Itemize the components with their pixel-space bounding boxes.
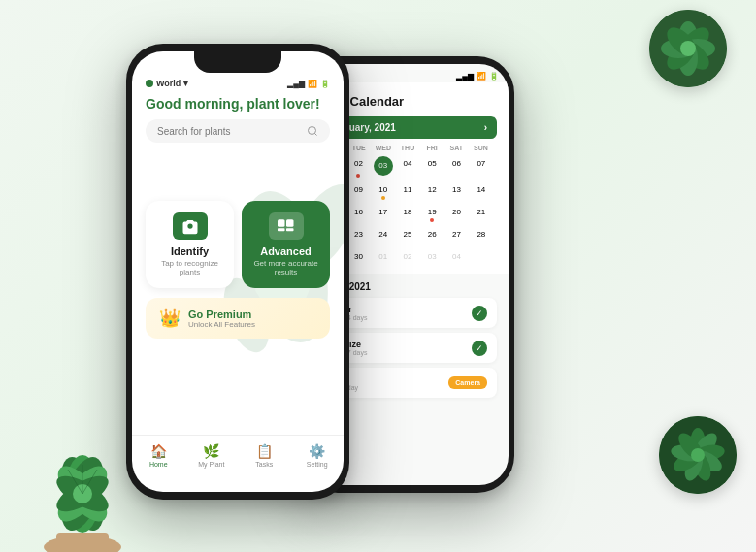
plant-top-right bbox=[649, 10, 727, 87]
cal-cell[interactable]: 06 bbox=[444, 153, 468, 179]
location-dot-icon bbox=[146, 80, 153, 87]
cal-cell[interactable]: 04 bbox=[444, 246, 468, 268]
cal-cell[interactable]: 10 bbox=[372, 179, 395, 201]
svg-point-38 bbox=[309, 127, 316, 135]
location-indicator[interactable]: World ▾ bbox=[146, 79, 188, 88]
day-tue: TUE bbox=[346, 145, 371, 151]
wifi-signal-icon: 📶 bbox=[308, 80, 317, 88]
calendar-next-icon[interactable]: › bbox=[484, 122, 487, 133]
cal-cell[interactable]: 13 bbox=[444, 179, 468, 201]
svg-rect-39 bbox=[278, 219, 285, 227]
phones-container: ▂▄▆ 📶 🔋 Care Calendar February, 2021 › M… bbox=[0, 0, 756, 552]
cal-cell[interactable]: 23 bbox=[346, 224, 370, 245]
cal-cell[interactable]: 01 bbox=[372, 246, 395, 268]
day-wed: WED bbox=[371, 145, 395, 151]
day-sat: SAT bbox=[444, 145, 469, 151]
cal-cell[interactable]: 25 bbox=[396, 224, 419, 245]
wifi-icon: 📶 bbox=[477, 72, 486, 81]
advanced-title: Advanced bbox=[251, 245, 320, 257]
cal-cell[interactable]: 12 bbox=[420, 179, 444, 201]
cal-cell[interactable] bbox=[470, 246, 493, 268]
day-sun: SUN bbox=[469, 145, 493, 151]
cal-cell[interactable]: 20 bbox=[444, 202, 468, 223]
battery-icon: 🔋 bbox=[489, 72, 499, 81]
plant-icon: 🌿 bbox=[203, 443, 219, 459]
cal-cell[interactable]: 26 bbox=[420, 224, 444, 245]
cal-cell[interactable]: 27 bbox=[444, 224, 468, 245]
chevron-down-icon: ▾ bbox=[183, 79, 188, 88]
cal-cell[interactable]: 19 bbox=[420, 202, 444, 223]
location-label: World bbox=[156, 79, 181, 88]
status-icons: ▂▄▆ 📶 🔋 bbox=[287, 80, 330, 88]
advanced-icon bbox=[269, 212, 304, 240]
nav-tasks[interactable]: 📋 Tasks bbox=[238, 443, 291, 468]
phone1-content: Good morning, plant lover! bbox=[132, 92, 344, 143]
cal-cell[interactable]: 02 bbox=[346, 153, 370, 179]
cal-cell[interactable]: 03 bbox=[420, 246, 444, 268]
cal-cell[interactable]: 09 bbox=[346, 179, 370, 201]
cal-cell[interactable]: 21 bbox=[470, 202, 493, 223]
task-camera-button[interactable]: Camera bbox=[448, 376, 487, 389]
crown-icon: 👑 bbox=[159, 308, 181, 329]
search-bar[interactable] bbox=[146, 119, 330, 143]
identify-desc: Tap to recognize plants bbox=[155, 259, 224, 276]
cal-cell[interactable]: 07 bbox=[470, 153, 493, 179]
greeting-text: Good morning, plant lover! bbox=[146, 96, 330, 112]
premium-wrapper: 👑 Go Premium Unlock All Features bbox=[132, 298, 344, 339]
cal-cell[interactable]: 04 bbox=[396, 153, 419, 179]
cal-cell[interactable]: 11 bbox=[396, 179, 419, 201]
svg-point-22 bbox=[680, 41, 696, 56]
task-check-icon[interactable]: ✓ bbox=[472, 306, 487, 321]
cal-cell[interactable]: 17 bbox=[372, 202, 395, 223]
identify-card[interactable]: Identify Tap to recognize plants bbox=[146, 201, 234, 288]
camera-icon bbox=[173, 212, 208, 240]
search-input[interactable] bbox=[157, 126, 307, 137]
bottom-nav: 🏠 Home 🌿 My Plant 📋 Tasks ⚙️ Setting bbox=[132, 435, 344, 479]
nav-my-plant[interactable]: 🌿 My Plant bbox=[185, 443, 239, 468]
signal-icon: ▂▄▆ bbox=[456, 72, 474, 81]
cards-row: Identify Tap to recognize plants bbox=[146, 201, 330, 288]
cal-cell[interactable]: 16 bbox=[346, 202, 370, 223]
identify-title: Identify bbox=[155, 245, 224, 257]
action-cards: Identify Tap to recognize plants bbox=[132, 201, 344, 288]
premium-title: Go Premium bbox=[188, 308, 255, 320]
cal-cell[interactable]: 28 bbox=[470, 224, 493, 245]
cal-cell[interactable]: 18 bbox=[396, 202, 419, 223]
premium-banner[interactable]: 👑 Go Premium Unlock All Features bbox=[146, 298, 330, 339]
cal-cell[interactable]: 24 bbox=[372, 224, 395, 245]
cal-cell[interactable]: 30 bbox=[346, 246, 370, 268]
svg-rect-40 bbox=[286, 219, 294, 227]
phone1-screen: World ▾ ▂▄▆ 📶 🔋 Go bbox=[132, 51, 344, 492]
cal-cell[interactable]: 14 bbox=[470, 179, 493, 201]
svg-rect-42 bbox=[286, 228, 294, 231]
home-icon: 🏠 bbox=[150, 443, 167, 459]
day-thu: THU bbox=[395, 145, 419, 151]
nav-plant-label: My Plant bbox=[198, 461, 224, 468]
cal-cell-today[interactable]: 03 bbox=[372, 153, 395, 179]
settings-icon: ⚙️ bbox=[309, 443, 325, 459]
phone1: World ▾ ▂▄▆ 📶 🔋 Go bbox=[126, 44, 349, 500]
tasks-icon: 📋 bbox=[256, 443, 273, 459]
cal-cell[interactable]: 05 bbox=[420, 153, 444, 179]
svg-rect-41 bbox=[278, 228, 285, 231]
svg-point-33 bbox=[691, 448, 705, 462]
premium-subtitle: Unlock All Features bbox=[188, 320, 255, 329]
nav-home-label: Home bbox=[149, 461, 168, 468]
nav-setting[interactable]: ⚙️ Setting bbox=[291, 443, 345, 468]
nav-setting-label: Setting bbox=[307, 461, 328, 468]
plant-bottom-left bbox=[19, 397, 146, 552]
advanced-card[interactable]: Advanced Get more accurate results bbox=[242, 201, 330, 288]
signal-bars-icon: ▂▄▆ bbox=[287, 80, 305, 88]
search-icon bbox=[307, 125, 318, 137]
svg-rect-1 bbox=[56, 533, 109, 552]
day-fri: FRI bbox=[420, 145, 444, 151]
cal-cell[interactable]: 02 bbox=[396, 246, 419, 268]
advanced-desc: Get more accurate results bbox=[251, 259, 320, 276]
notch bbox=[194, 51, 281, 73]
premium-text: Go Premium Unlock All Features bbox=[188, 308, 255, 329]
task-check-icon[interactable]: ✓ bbox=[472, 341, 487, 356]
phone1-main: Good morning, plant lover! bbox=[132, 92, 344, 479]
battery-level-icon: 🔋 bbox=[320, 80, 330, 88]
plant-bottom-right bbox=[659, 416, 737, 494]
nav-tasks-label: Tasks bbox=[255, 461, 273, 468]
